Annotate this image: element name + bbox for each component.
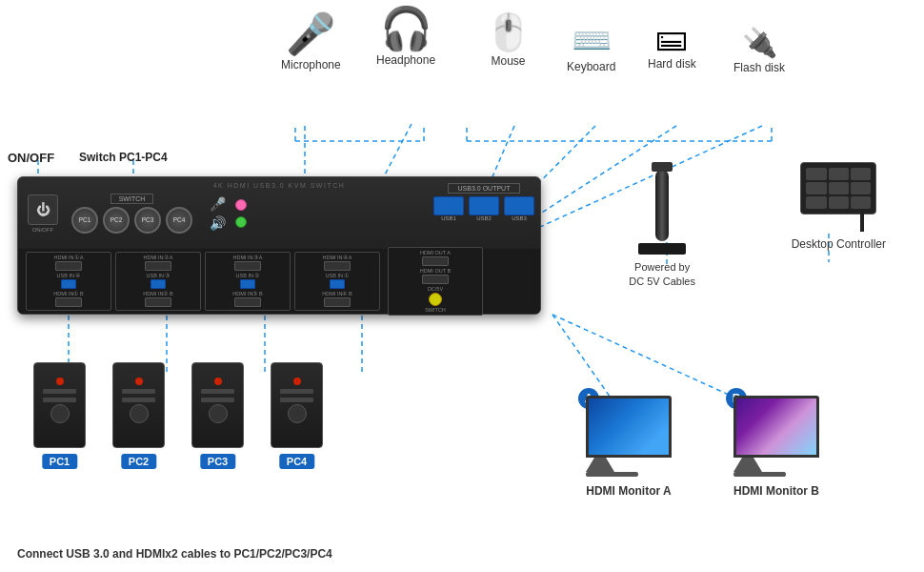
dc-cable-visual [655,170,669,241]
kvm-switch-device: ⏻ ON/OFF SWITCH PC1 PC2 PC3 [17,176,541,315]
usb3-port1-label: USB1 [441,215,456,221]
pc1-usb-label: USB IN ④ [57,273,81,278]
pc2-label: PC2 [121,454,156,469]
dc-cables-section: Powered byDC 5V Cables [629,170,695,290]
pc3-usb-port [240,279,255,289]
switch-label: Switch PC1-PC4 [79,151,168,164]
pc-towers-row: PC1 PC2 PC3 [33,362,323,448]
switch-btn-pc2-label: PC2 [110,216,123,223]
pc1-drive-1 [43,389,76,394]
usb3-port3-group: USB3 [504,196,534,221]
bottom-caption: Connect USB 3.0 and HDMIx2 cables to PC1… [17,547,332,561]
jack-ports [235,199,247,228]
monitor-b-wrapper: B [733,396,819,477]
pc2-light [135,378,143,385]
switch-btn-pc4[interactable]: PC4 [166,207,192,234]
flashdisk-icon: 🔌 [742,29,777,57]
monitor-a-label: HDMI Monitor A [586,484,672,498]
pc2-hdmib-label: HDMI IN② B [143,291,172,296]
mic-jack-icon: 🎤 [210,196,226,212]
pc4-drive-2 [280,398,313,402]
monitor-a-stand [586,458,614,472]
usb3-ports-row: USB1 USB2 USB3 [433,196,534,221]
kvm-top-panel: ⏻ ON/OFF SWITCH PC1 PC2 PC3 [18,177,540,249]
monitor-a-display [589,398,669,455]
pc2-usb-port [151,279,166,289]
dc5v-port [429,293,442,306]
monitor-b-display [736,398,816,455]
harddisk-label: Hard disk [648,57,696,71]
switch-btn-pc3[interactable]: PC3 [134,207,161,234]
switch-btn-pc2[interactable]: PC2 [103,207,130,234]
usb3-output-section: USB3.0 OUTPUT USB1 USB2 USB3 [433,183,534,221]
pc2-usb-label: USB IN ③ [147,273,171,278]
mouse-icon: 🖱️ [486,14,531,51]
usb3-port2 [469,196,499,215]
pc3-hdmia-port [234,261,261,271]
kvm-title: 4K HDMI USB3.0 KVM SWITCH [213,182,346,189]
harddisk-peripheral: 🖴 Hard disk [648,21,696,71]
ctrl-btn-8 [829,196,849,209]
monitor-a-screen [586,396,672,458]
pc4-disc-drive [288,404,307,423]
ctrl-btn-4 [806,182,826,194]
pc4-tower [271,362,323,448]
pc1-disc-drive [50,404,70,423]
usb3-section-label: USB3.0 OUTPUT [448,183,521,194]
ctrl-btn-3 [851,168,871,180]
speaker-jack-port [235,216,247,228]
headphone-icon: 🎧 [380,8,432,50]
pc3-drive-1 [201,389,234,394]
speaker-jack-icon: 🔊 [210,215,226,231]
pc1-port-group: HDMI IN① A USB IN ④ HDMI IN① B [26,252,111,311]
mouse-label: Mouse [491,54,525,68]
pc3-usb-label: USB IN ② [236,273,260,278]
monitor-a-base [586,472,638,477]
pc4-tower-container: PC4 [271,362,323,448]
usb3-port3-label: USB3 [512,215,527,221]
ctrl-btn-6 [851,182,871,194]
pc2-port-group: HDMI IN② A USB IN ③ HDMI IN② B [115,252,201,311]
headphone-label: Headphone [376,53,435,67]
pc3-disc-drive [209,404,228,423]
usb3-port2-label: USB2 [476,215,492,221]
pc1-tower-container: PC1 [33,362,86,448]
pc1-label: PC1 [42,454,77,469]
monitor-b-stand [733,458,762,472]
pc3-port-group: HDMI IN③ A USB IN ② HDMI IN③ B [205,252,291,311]
keyboard-peripheral: ⌨️ Keyboard [567,24,615,73]
desktop-controller-section: Desktop Controller [792,162,886,251]
pc2-tower [112,362,165,448]
pc4-hdmia-port [324,261,351,271]
dc-cable-head [652,162,673,172]
pc4-usb-port [330,279,345,289]
monitor-b-base [733,472,786,477]
switch-btn-pc1[interactable]: PC1 [71,207,98,234]
onoff-label: ON/OFF [8,151,54,165]
pc4-light [293,378,301,385]
pc2-disc-drive [130,404,149,423]
dc5v-label: DC/5V [428,286,443,292]
kvm-power-section: ⏻ ON/OFF [28,194,58,233]
switch-btn-pc1-label: PC1 [79,216,91,223]
mic-jack-port [235,199,247,211]
pc3-hdmib-label: HDMI IN③ B [232,291,262,296]
pc2-drive-2 [122,398,155,402]
ctrl-btn-1 [806,168,826,180]
pc4-hdmia-label: HDMI IN④ A [323,255,352,260]
monitor-a-section: A HDMI Monitor A [586,396,672,498]
pc1-hdmib-label: HDMI IN① B [53,291,83,296]
pc3-drive-2 [201,398,234,402]
pc1-hdmib-port [55,297,82,307]
controller-visual [800,162,876,214]
monitor-b-section: B HDMI Monitor B [733,396,819,498]
switch-group-label: SWITCH [110,194,154,204]
keyboard-icon: ⌨️ [572,24,612,56]
power-button[interactable]: ⏻ [28,194,58,225]
ctrl-btn-2 [829,168,849,180]
pc1-light [56,378,64,385]
hdmi-outb-port [422,275,449,284]
switch-btn-pc3-label: PC3 [142,216,154,223]
pc3-hdmia-label: HDMI IN③ A [233,255,263,260]
usb3-port3 [504,196,534,215]
